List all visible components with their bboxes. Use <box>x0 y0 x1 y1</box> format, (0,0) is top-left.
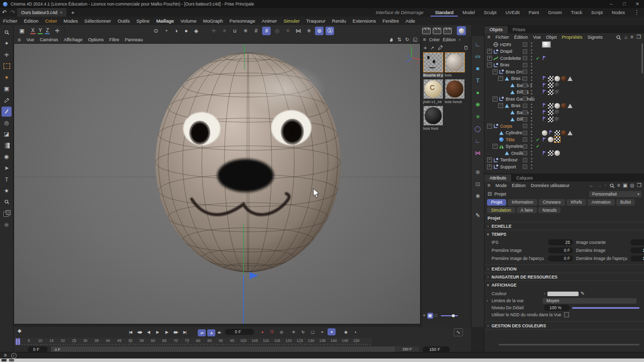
section-navigateur[interactable]: ›NAVIGATEUR DE RESSOURCES <box>485 273 644 281</box>
expand-toggle-icon[interactable]: − <box>498 76 503 81</box>
expand-toggle-icon[interactable]: − <box>493 144 498 149</box>
taskbar-icon-2[interactable] <box>9 359 14 361</box>
layout-tab-standard[interactable]: Standard <box>431 8 458 17</box>
snap-settings-icon[interactable]: ✳ <box>241 27 250 35</box>
chip-xrefs[interactable]: XRefs <box>567 199 586 206</box>
tab-calques[interactable]: Calques <box>511 174 538 182</box>
phong-tag-icon[interactable] <box>548 117 553 122</box>
tree-row-drapé[interactable]: +Drapé <box>485 48 644 55</box>
preset-dropdown[interactable]: Personnalisé ▾ <box>589 191 641 197</box>
material-tag-icon[interactable] <box>554 117 560 122</box>
attr-hscrollbar[interactable] <box>499 344 639 345</box>
motion-clip-icon[interactable]: ◉ <box>342 328 350 335</box>
object-name[interactable]: Drapé <box>500 49 513 54</box>
loop-toggle[interactable]: ⇄ <box>198 329 206 336</box>
tree-scrollbar[interactable] <box>641 43 643 73</box>
visibility-dots[interactable] <box>531 83 532 87</box>
render-settings-icon[interactable] <box>443 28 452 34</box>
expand-toggle-icon[interactable]: − <box>498 103 503 108</box>
viewport-menu-panneau[interactable]: Panneau <box>125 37 143 42</box>
material-big-view-icon[interactable]: □ <box>435 314 437 318</box>
menu-spline[interactable]: Spline <box>136 18 149 24</box>
rotate-view-icon[interactable]: ↻ <box>405 37 409 42</box>
material-tag-icon[interactable] <box>561 103 567 109</box>
ref-image-icon[interactable]: ◉ <box>2 220 12 230</box>
material-tag-icon[interactable] <box>542 130 547 136</box>
layer-toggle[interactable] <box>523 69 527 74</box>
color-picker-icon[interactable] <box>2 95 12 105</box>
field-value[interactable]: 0 F <box>548 255 573 261</box>
expand-toggle-icon[interactable]: − <box>487 124 492 129</box>
material-menu-more-icon[interactable]: › <box>459 37 460 42</box>
pick-material-icon[interactable] <box>438 45 443 51</box>
objects-search-icon[interactable] <box>616 35 621 40</box>
render-picture-viewer-icon[interactable] <box>433 28 441 34</box>
menu-simuler[interactable]: Simuler <box>283 18 299 24</box>
goto-start-button[interactable]: |◀ <box>126 328 134 335</box>
axis-lock-x[interactable]: X <box>30 28 36 34</box>
layer-toggle[interactable] <box>523 110 527 115</box>
play-button[interactable]: ▶ <box>153 328 162 335</box>
key-pla-toggle[interactable]: ✴ <box>328 328 336 335</box>
enabled-check-icon[interactable]: ✓ <box>536 137 540 142</box>
menu-mograph[interactable]: MoGraph <box>203 18 223 24</box>
viewport-menu-caméras[interactable]: Caméras <box>40 37 58 42</box>
layout-tab-model[interactable]: Model <box>458 8 479 17</box>
viewport-menu-options[interactable]: Options <box>88 37 104 42</box>
menu-sélectionner[interactable]: Sélectionner <box>85 18 111 24</box>
ndd-slider[interactable] <box>572 307 639 309</box>
auto-mode-icon[interactable]: Ⓐ <box>326 27 334 35</box>
texture-tag-selected[interactable] <box>554 137 560 142</box>
chip-cineware[interactable]: Cineware <box>539 199 565 206</box>
attr-menu-données-utilisateur[interactable]: Données utilisateur <box>531 183 570 188</box>
null-object-icon[interactable]: ∟ <box>473 39 483 49</box>
objects-expand-icon[interactable]: ❐ <box>636 35 641 40</box>
startup-interface-link[interactable]: Interface de Démarrage <box>376 10 431 15</box>
camera-icon[interactable]: ⊡ <box>473 179 483 189</box>
layer-toggle[interactable] <box>523 42 527 47</box>
next-frame-button[interactable]: |▶ <box>163 328 171 335</box>
objects-menu-vue[interactable]: Vue <box>533 35 541 40</box>
tree-row-baton[interactable]: Baton <box>485 109 644 116</box>
material-menu-créer[interactable]: Créer <box>429 37 440 42</box>
limites-expand-icon[interactable]: › <box>487 298 490 303</box>
layer-toggle[interactable] <box>523 83 527 87</box>
menu-créer[interactable]: Créer <box>45 18 57 24</box>
close-button[interactable]: ✕ <box>631 2 644 7</box>
objects-hamburger-icon[interactable]: ≡ <box>488 35 491 40</box>
keyframe-selection-button[interactable]: ◎ <box>277 328 285 335</box>
material-tag-icon[interactable] <box>554 76 560 81</box>
material-tag-icon[interactable] <box>561 130 567 136</box>
chip-nœuds[interactable]: Nœuds <box>538 207 560 214</box>
visibility-dots[interactable] <box>531 90 532 95</box>
object-name[interactable]: HDRI <box>500 42 511 47</box>
material-list-view-icon[interactable]: ≡ <box>423 314 426 318</box>
eraser-tool-icon[interactable]: ◪ <box>2 129 12 139</box>
snap-icon[interactable]: ∪ <box>230 27 239 35</box>
layout-tab-uvedit[interactable]: UVEdit <box>501 8 524 17</box>
layout-tab-nodes[interactable]: Nodes <box>607 8 629 17</box>
status-hamburger-icon[interactable]: ≡ <box>4 353 7 358</box>
layout-tab-sculpt[interactable]: Sculpt <box>479 8 501 17</box>
layer-toggle[interactable] <box>523 151 527 155</box>
sound-toggle[interactable] <box>217 328 222 337</box>
tree-row-bras[interactable]: −Bras <box>485 103 644 110</box>
layout-tab-paint[interactable]: Paint <box>524 8 544 17</box>
expand-toggle-icon[interactable]: + <box>487 56 492 61</box>
ndd-value-field[interactable]: 100 % <box>544 305 570 311</box>
visibility-dots[interactable] <box>531 104 532 108</box>
enabled-check-icon[interactable]: ✓ <box>536 56 540 61</box>
tag-flag-icon[interactable] <box>542 150 547 156</box>
limites-dropdown[interactable]: Moyen <box>543 298 636 304</box>
quantize-icon[interactable]: # <box>262 27 271 35</box>
layer-toggle[interactable] <box>523 137 527 142</box>
layer-toggle[interactable] <box>523 76 527 81</box>
material-pen-icon[interactable]: ✎ <box>473 210 483 220</box>
visibility-dots[interactable] <box>531 144 532 149</box>
tree-row-bras-gaucheù[interactable]: −Bras Gaucheù <box>485 96 644 103</box>
light-icon[interactable]: ✺ <box>473 191 483 201</box>
field-value[interactable]: 150 F <box>630 255 644 261</box>
phong-tag-icon[interactable] <box>554 130 560 136</box>
objects-home-icon[interactable]: ⌂ <box>624 35 627 40</box>
layer-toggle[interactable] <box>523 144 527 149</box>
